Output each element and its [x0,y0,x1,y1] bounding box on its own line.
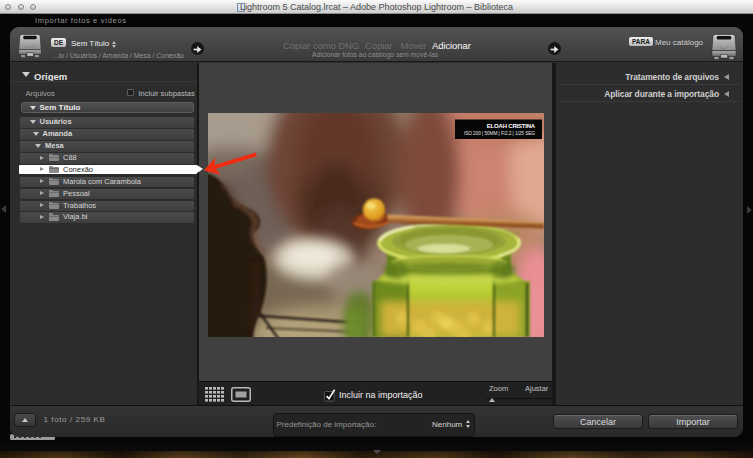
svg-text:ELOAH CRISTINA: ELOAH CRISTINA [487,122,536,128]
svg-text:ISO 200 | 50MM | F/2.2 | 1/25: ISO 200 | 50MM | F/2.2 | 1/25 SEG [464,130,535,135]
